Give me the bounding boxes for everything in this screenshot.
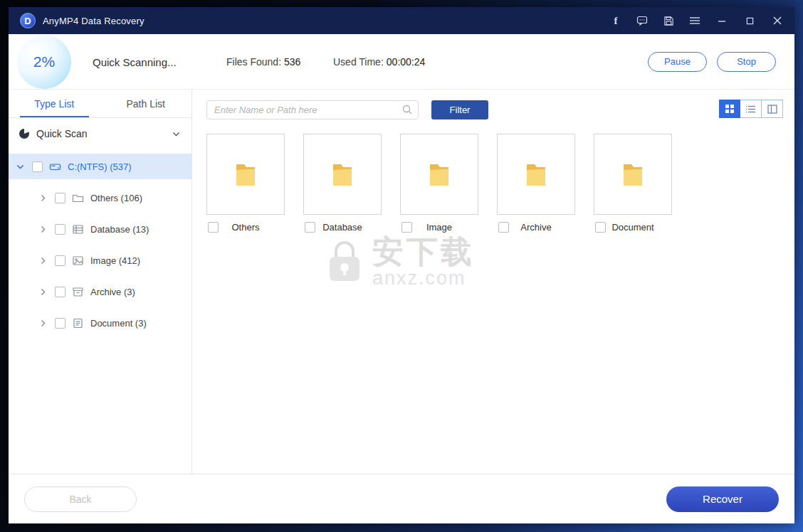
search-input[interactable]: [206, 100, 419, 119]
chevron-right-icon[interactable]: [37, 255, 48, 266]
tree-item-others[interactable]: Others (106): [9, 185, 191, 211]
checkbox[interactable]: [55, 193, 65, 203]
tree-item-document[interactable]: Document (3): [9, 310, 191, 336]
content-toolbar: Filter: [192, 90, 794, 129]
files-found-value: 536: [284, 56, 300, 68]
scan-status-text: Quick Scanning...: [93, 55, 177, 68]
chevron-down-icon[interactable]: [170, 128, 182, 139]
checkbox[interactable]: [55, 224, 65, 235]
tree-item-label: Others (106): [90, 193, 142, 203]
folder-icon: [426, 161, 452, 188]
type-tree: C:(NTFS) (537) Others (106): [9, 149, 191, 474]
checkbox[interactable]: [55, 287, 65, 297]
progress-percent: 2%: [33, 53, 55, 70]
folder-icon: [523, 161, 549, 188]
menu-icon[interactable]: [689, 15, 700, 26]
search-icon[interactable]: [402, 104, 413, 118]
scan-progress-circle: 2%: [17, 35, 71, 89]
folder-tile[interactable]: [594, 134, 672, 215]
chevron-right-icon[interactable]: [37, 317, 48, 329]
tab-path-list[interactable]: Path List: [100, 90, 192, 117]
column-view-icon[interactable]: [762, 100, 783, 118]
folder-icon: [330, 161, 355, 188]
used-time-label: Used Time:: [333, 56, 384, 68]
database-icon: [72, 223, 84, 235]
checkbox[interactable]: [402, 222, 412, 233]
folder-icon: [233, 161, 258, 188]
back-button[interactable]: Back: [24, 486, 137, 512]
app-window: D AnyMP4 Data Recovery f: [9, 7, 794, 523]
tree-item-label: Archive (3): [90, 287, 135, 297]
folder-tile[interactable]: [497, 134, 575, 215]
chevron-down-icon[interactable]: [14, 161, 26, 172]
folder-icon: [72, 192, 84, 204]
facebook-icon[interactable]: f: [610, 15, 621, 26]
folder-card-database: Database: [303, 134, 382, 233]
list-view-icon[interactable]: [740, 100, 762, 118]
folder-icon: [620, 161, 646, 188]
scan-mode-row[interactable]: Quick Scan: [9, 118, 191, 149]
tree-item-label: Database (13): [90, 224, 149, 235]
folder-card-others: Others: [206, 134, 285, 233]
footer-bar: Back Recover: [9, 474, 794, 523]
sidebar: Type List Path List Quick Scan: [9, 90, 192, 474]
checkbox[interactable]: [208, 222, 219, 233]
view-toggle-group: [719, 100, 783, 118]
checkbox[interactable]: [305, 222, 315, 233]
window-title: AnyMP4 Data Recovery: [43, 16, 145, 26]
checkbox[interactable]: [32, 161, 43, 172]
folder-tile[interactable]: [206, 134, 285, 215]
tab-type-list[interactable]: Type List: [9, 90, 100, 117]
folder-card-image: Image: [400, 134, 478, 233]
tree-item-drive-c[interactable]: C:(NTFS) (537): [9, 154, 191, 179]
folder-tile[interactable]: [303, 134, 382, 215]
tree-item-label: Image (412): [90, 255, 140, 266]
checkbox[interactable]: [55, 255, 65, 266]
maximize-icon[interactable]: [744, 15, 755, 26]
stop-button[interactable]: Stop: [717, 52, 776, 72]
files-found: Files Found:536: [226, 56, 300, 68]
sidebar-tabs: Type List Path List: [9, 90, 191, 118]
checkbox[interactable]: [55, 318, 65, 329]
pie-scan-icon: [19, 128, 30, 139]
titlebar[interactable]: D AnyMP4 Data Recovery f: [9, 7, 794, 34]
feedback-icon[interactable]: [636, 15, 648, 26]
chevron-right-icon[interactable]: [37, 192, 48, 203]
watermark-text: 安下载: [372, 235, 475, 268]
tree-item-archive[interactable]: Archive (3): [9, 279, 191, 304]
checkbox[interactable]: [595, 222, 606, 233]
document-icon: [72, 317, 84, 329]
scan-progress-header: 2% Quick Scanning... Files Found:536 Use…: [9, 34, 794, 90]
tree-item-label: C:(NTFS) (537): [68, 161, 132, 172]
chevron-right-icon[interactable]: [37, 286, 48, 297]
folder-grid: Others Database: [192, 134, 794, 233]
drive-icon: [49, 161, 61, 173]
main-content: Filter: [192, 90, 794, 474]
tree-item-image[interactable]: Image (412): [9, 248, 191, 273]
tree-item-database[interactable]: Database (13): [9, 216, 191, 242]
used-time: Used Time:00:00:24: [333, 56, 425, 68]
recover-button[interactable]: Recover: [666, 486, 779, 512]
folder-card-document: Document: [594, 134, 672, 233]
files-found-label: Files Found:: [226, 56, 281, 68]
scan-mode-label: Quick Scan: [36, 128, 170, 139]
watermark: 安下载 anxz.com: [322, 235, 475, 289]
archive-icon: [72, 286, 84, 298]
grid-view-icon[interactable]: [719, 100, 740, 118]
tree-item-label: Document (3): [90, 318, 147, 329]
pause-button[interactable]: Pause: [648, 52, 707, 72]
lock-icon: [322, 238, 367, 285]
filter-button[interactable]: Filter: [431, 100, 488, 119]
checkbox[interactable]: [498, 222, 509, 233]
app-logo-icon: D: [20, 13, 36, 28]
image-icon: [72, 255, 84, 267]
search-box: [206, 100, 419, 119]
chevron-right-icon[interactable]: [37, 223, 48, 235]
watermark-subtext: anxz.com: [372, 268, 475, 288]
minimize-icon[interactable]: [716, 15, 728, 26]
used-time-value: 00:00:24: [387, 56, 426, 68]
save-icon[interactable]: [663, 15, 674, 26]
close-icon[interactable]: [772, 15, 783, 26]
folder-card-archive: Archive: [497, 134, 575, 233]
folder-tile[interactable]: [400, 134, 478, 215]
